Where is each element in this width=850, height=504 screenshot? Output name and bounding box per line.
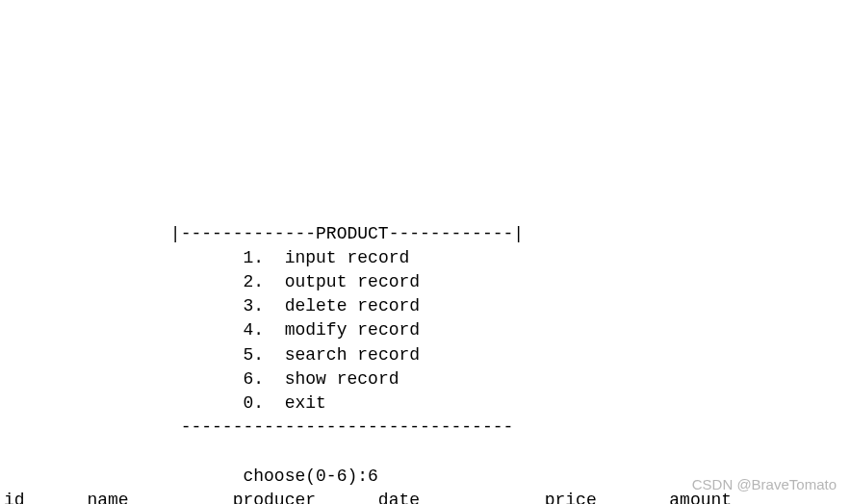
menu-item-2: 2. output record [4,272,420,291]
menu-bottom-border: -------------------------------- [4,417,513,437]
choose-input[interactable]: 6 [368,466,378,486]
menu-top-border: |-------------PRODUCT------------| [4,224,524,243]
watermark: CSDN @BraveTomato [692,474,837,494]
table-header: id name producer date price amount [4,491,732,504]
menu-item-3: 3. delete record [4,296,420,315]
menu-item-4: 4. modify record [4,320,420,340]
menu-item-5: 5. search record [4,345,420,365]
menu-item-0: 0. exit [4,393,326,413]
menu-item-6: 6. show record [4,369,399,389]
choose-prompt[interactable]: choose(0-6):6 [4,466,378,486]
terminal-output: |-------------PRODUCT------------| 1. in… [4,101,846,504]
menu-item-1: 1. input record [4,248,409,267]
